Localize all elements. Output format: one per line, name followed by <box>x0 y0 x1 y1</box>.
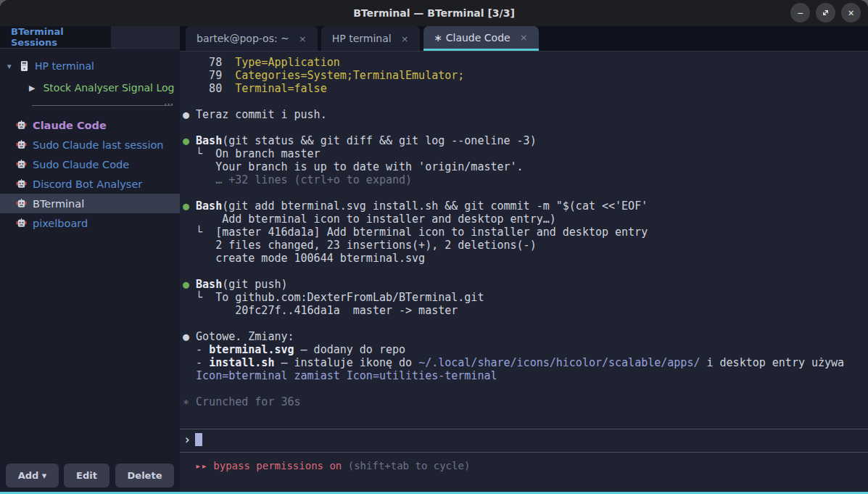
tab-label: bartek@pop-os: ~ <box>197 33 289 44</box>
input-separator-bottom <box>180 452 868 453</box>
tab-label: ∗ Claude Code <box>434 32 511 44</box>
terminal-line: 20fc27f..416da1a master -> master <box>183 304 867 317</box>
tab-hp-terminal[interactable]: HP terminal× <box>321 26 420 51</box>
terminal-line: Icon=bterminal zamiast Icon=utilities-te… <box>183 369 867 382</box>
tab-bartek-pop-os[interactable]: bartek@pop-os: ~× <box>186 26 318 51</box>
session-list: Claude CodeSudo Claude last sessionSudo … <box>0 115 180 233</box>
session-label: Sudo Claude last session <box>33 139 163 151</box>
terminal-line <box>183 186 867 199</box>
sidebar-divider: ⋯ <box>32 105 173 115</box>
minimize-button[interactable]: − <box>790 3 810 22</box>
sessions-sidebar: BTerminal Sessions ▾ HP terminal ▶ Stock… <box>0 26 180 492</box>
terminal-line: 2 files changed, 23 insertions(+), 2 del… <box>183 239 867 252</box>
terminal-line: 79 Categories=System;TerminalEmulator; <box>183 69 867 82</box>
sidebar-header: BTerminal Sessions <box>0 26 180 49</box>
title-bar: BTerminal — BTerminal [3/3] − × <box>0 0 868 26</box>
tree-item-label: Stock Analyser Signal Log <box>43 82 174 94</box>
robot-icon <box>16 139 27 150</box>
sidebar-buttons: Add ▾EditDelete <box>6 464 174 487</box>
bterminal-window: BTerminal — BTerminal [3/3] − × BTermina… <box>0 0 868 494</box>
sidebar-header-label: BTerminal Sessions <box>11 26 111 48</box>
prompt-chevron-icon: › <box>183 434 191 446</box>
robot-icon <box>16 178 27 189</box>
terminal-line: - install.sh — instaluje ikonę do ~/.loc… <box>183 356 867 369</box>
main-area: bartek@pop-os: ~×HP terminal×∗ Claude Co… <box>180 26 868 492</box>
edit-button[interactable]: Edit <box>64 464 109 487</box>
tab-close-icon[interactable]: × <box>401 33 409 44</box>
chevron-right-icon: ▶ <box>29 83 35 93</box>
maximize-icon <box>821 8 830 17</box>
prompt-input[interactable]: › <box>183 432 202 448</box>
tab-close-icon[interactable]: × <box>520 32 528 43</box>
double-arrow-icon: ▸▸ <box>195 460 213 472</box>
terminal-line: - bterminal.svg — dodany do repo <box>183 343 867 356</box>
terminal-line: 78 Type=Application <box>183 56 867 69</box>
status-text: bypass permissions on <box>213 460 342 472</box>
robot-icon <box>16 198 27 209</box>
tree-item-hp-terminal[interactable]: ▾ HP terminal <box>0 57 180 75</box>
terminal-line: └ [master 416da1a] Add bterminal icon to… <box>183 226 867 239</box>
status-hint: (shift+tab to cycle) <box>342 460 470 472</box>
terminal-line: ∗ Crunched for 36s <box>183 395 867 408</box>
tab-label: HP terminal <box>332 33 392 44</box>
terminal-line: 80 Terminal=false <box>183 82 867 95</box>
terminal-output: 78 Type=Application 79 Categories=System… <box>183 56 867 408</box>
maximize-button[interactable] <box>816 3 835 22</box>
add-button[interactable]: Add ▾ <box>6 464 59 487</box>
session-label: Claude Code <box>33 120 107 131</box>
sidebar-item-sudo-claude-last-session[interactable]: Sudo Claude last session <box>0 135 180 155</box>
tab-bar: bartek@pop-os: ~×HP terminal×∗ Claude Co… <box>180 26 868 51</box>
tab-close-icon[interactable]: × <box>299 33 307 44</box>
session-label: Sudo Claude Code <box>33 159 129 170</box>
terminal-view[interactable]: 78 Type=Application 79 Categories=System… <box>180 51 868 492</box>
sidebar-item-claude-code[interactable]: Claude Code <box>0 115 180 135</box>
sidebar-item-sudo-claude-code[interactable]: Sudo Claude Code <box>0 155 180 174</box>
sidebar-item-bterminal[interactable]: BTerminal <box>0 194 180 213</box>
terminal-line: ● Bash(git push) <box>183 278 867 291</box>
text-cursor <box>195 433 202 446</box>
tree-item-label: HP terminal <box>35 60 94 72</box>
terminal-line: └ On branch master <box>183 147 867 160</box>
robot-icon <box>16 120 27 131</box>
terminal-line <box>183 95 867 108</box>
session-label: BTerminal <box>33 198 84 210</box>
delete-button[interactable]: Delete <box>115 464 174 487</box>
terminal-line: └ To github.com:DexterFromLab/BTerminal.… <box>183 291 867 304</box>
session-label: pixelboard <box>33 218 88 229</box>
computer-icon <box>20 60 28 72</box>
terminal-line <box>183 317 867 330</box>
chevron-down-icon[interactable]: ▾ <box>7 62 20 71</box>
tab-claude-code[interactable]: ∗ Claude Code× <box>423 26 539 51</box>
sessions-header-tab[interactable]: BTerminal Sessions <box>0 26 111 48</box>
close-button[interactable]: × <box>841 3 861 22</box>
terminal-line <box>183 265 867 278</box>
terminal-line <box>183 121 867 134</box>
ellipsis-handle: ⋯ <box>164 99 174 110</box>
terminal-line: ● Bash(git add bterminal.svg install.sh … <box>183 199 867 213</box>
terminal-line <box>183 382 867 395</box>
robot-icon <box>16 218 27 229</box>
sidebar-item-pixelboard[interactable]: pixelboard <box>0 213 180 233</box>
window-title: BTerminal — BTerminal [3/3] <box>0 0 868 26</box>
terminal-line: create mode 100644 bterminal.svg <box>183 252 867 265</box>
sidebar-item-discord-bot-analyser[interactable]: Discord Bot Analyser <box>0 174 180 194</box>
divider-line <box>32 105 173 106</box>
terminal-line: ● Teraz commit i push. <box>183 108 867 121</box>
terminal-line: Your branch is up to date with 'origin/m… <box>183 160 867 173</box>
terminal-line: … +32 lines (ctrl+o to expand) <box>183 173 867 186</box>
terminal-line: ● Gotowe. Zmiany: <box>183 330 867 343</box>
permissions-status[interactable]: ▸▸ bypass permissions on (shift+tab to c… <box>195 459 470 472</box>
window-controls: − × <box>790 3 861 22</box>
terminal-line: ● Bash(git status && git diff && git log… <box>183 134 867 147</box>
input-separator-top <box>180 429 868 429</box>
terminal-line: Add bterminal icon to installer and desk… <box>183 213 867 226</box>
tree-item-stock-analyser-signal-log[interactable]: ▶ Stock Analyser Signal Log <box>0 79 180 96</box>
session-label: Discord Bot Analyser <box>33 178 142 190</box>
robot-icon <box>16 159 27 170</box>
